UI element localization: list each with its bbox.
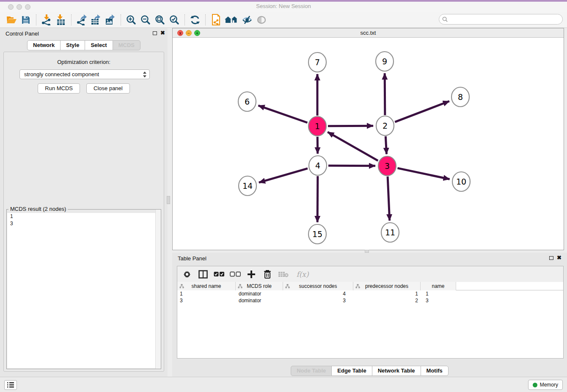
tab-select[interactable]: Select <box>85 40 113 50</box>
table-cell[interactable]: 4 <box>283 290 353 297</box>
run-mcds-button[interactable]: Run MCDS <box>38 83 80 94</box>
graph-edge-4-15[interactable] <box>317 176 318 222</box>
toolbar-separator <box>36 14 36 25</box>
table-cell[interactable]: 3 <box>177 297 236 304</box>
graph-edge-3-10[interactable] <box>397 168 449 179</box>
tab-network-table[interactable]: Network Table <box>372 366 421 376</box>
column-header-predecessor-nodes[interactable]: predecessor nodes <box>353 282 421 290</box>
refresh-icon[interactable] <box>188 14 202 26</box>
float-panel-icon[interactable] <box>153 31 157 35</box>
graph-edge-3-11[interactable] <box>388 177 390 221</box>
table-panel-title: Table Panel <box>178 255 206 262</box>
table-cell[interactable]: 1 <box>353 290 421 297</box>
network-view-title: scc.txt <box>173 30 564 36</box>
table-cell[interactable]: 3 <box>283 297 353 304</box>
column-header-name[interactable]: name <box>421 282 456 290</box>
graph-node-label: 4 <box>315 161 320 170</box>
table-cell[interactable]: 1 <box>177 290 236 297</box>
optimization-criterion-label: Optimization criterion: <box>4 59 164 65</box>
show-details-icon <box>254 14 269 26</box>
clone-network-icon[interactable] <box>209 14 223 26</box>
zoom-fit-icon[interactable] <box>153 14 167 26</box>
graph-edge-2-3[interactable] <box>385 136 386 154</box>
result-scrollbar[interactable] <box>155 210 161 369</box>
import-network-icon[interactable] <box>39 14 54 26</box>
graph-node-label: 6 <box>245 97 250 106</box>
close-panel-icon[interactable]: ✖ <box>160 30 165 36</box>
table-toolbar: f(x) <box>177 266 563 282</box>
zoom-selected-icon[interactable] <box>167 14 182 26</box>
delete-column-icon[interactable] <box>261 268 274 280</box>
close-panel-button[interactable]: Close panel <box>86 83 130 94</box>
mcds-panel: Optimization criterion: strongly connect… <box>3 52 164 372</box>
toolbar-separator <box>184 14 185 25</box>
graph-edge-2-8[interactable] <box>395 101 449 122</box>
column-header-successor-nodes[interactable]: successor nodes <box>283 282 353 290</box>
tab-motifs[interactable]: Motifs <box>421 366 449 376</box>
memory-status-dot <box>533 383 537 387</box>
graph-node-label: 10 <box>456 177 466 186</box>
select-all-columns-icon[interactable] <box>213 268 226 280</box>
tab-style[interactable]: Style <box>60 40 85 50</box>
graph-edge-2-9[interactable] <box>385 73 385 115</box>
task-history-button[interactable] <box>4 380 17 390</box>
mcds-result-item[interactable]: 1 <box>7 213 160 220</box>
tab-node-table[interactable]: Node Table <box>291 366 332 376</box>
import-table-icon[interactable] <box>54 14 68 26</box>
close-table-panel-icon[interactable]: ✖ <box>557 255 561 261</box>
mcds-result-item[interactable]: 3 <box>7 220 160 227</box>
graph-node-label: 3 <box>385 161 390 171</box>
add-column-icon[interactable] <box>245 268 258 280</box>
criterion-select[interactable]: strongly connected component <box>19 69 150 79</box>
tab-mcds[interactable]: MCDS <box>113 40 140 50</box>
zoom-in-icon[interactable] <box>124 14 138 26</box>
main-titlebar: Session: New Session <box>0 2 567 12</box>
network-view-window: x − + scc.txt 1234678910111415 <box>172 28 564 250</box>
table-panel: Table Panel ✖ <box>172 253 567 377</box>
table-cell[interactable]: dominator <box>236 297 283 304</box>
hide-details-icon[interactable] <box>240 14 254 26</box>
split-columns-icon[interactable] <box>197 268 209 280</box>
mcds-result-list[interactable]: 13 <box>7 213 160 368</box>
column-header-shared-name[interactable]: shared name <box>177 282 236 290</box>
table-row[interactable]: 3dominator323 <box>177 297 563 304</box>
export-image-icon[interactable] <box>103 14 118 26</box>
table-panel-tabs: Node TableEdge TableNetwork TableMotifs <box>172 366 567 376</box>
column-header-MCDS-role[interactable]: MCDS role <box>236 282 283 290</box>
save-session-icon[interactable] <box>19 14 33 26</box>
graph-edge-4-14[interactable] <box>259 168 308 182</box>
table-cell[interactable]: 1 <box>421 290 456 297</box>
open-session-icon[interactable] <box>4 14 19 26</box>
graph-edge-3-1[interactable] <box>328 132 378 161</box>
toolbar-separator <box>121 14 121 25</box>
export-network-icon[interactable] <box>74 14 89 26</box>
search-input[interactable] <box>450 17 562 22</box>
table-row[interactable]: 1dominator411 <box>177 290 563 297</box>
tab-network[interactable]: Network <box>27 40 61 50</box>
deselect-all-columns-icon[interactable] <box>229 268 242 280</box>
graph-edge-1-2[interactable] <box>328 126 373 126</box>
graph-edge-4-3[interactable] <box>328 166 375 166</box>
window-title: Session: New Session <box>0 3 567 9</box>
table-body: 1dominator4113dominator323 <box>177 290 563 358</box>
horizontal-splitter-handle[interactable] <box>365 250 369 253</box>
memory-label: Memory <box>540 382 558 388</box>
control-panel-tabs: NetworkStyleSelectMCDS <box>0 40 168 50</box>
graph-edge-1-6[interactable] <box>258 105 307 123</box>
memory-button[interactable]: Memory <box>528 380 563 390</box>
tab-edge-table[interactable]: Edge Table <box>331 366 372 376</box>
zoom-out-icon[interactable] <box>138 14 153 26</box>
table-cell[interactable]: 3 <box>421 297 456 304</box>
node-table-container: f(x) shared nameMCDS rolesuccessor nodes… <box>177 266 564 359</box>
status-bar: Memory <box>0 377 567 392</box>
table-cell[interactable]: 2 <box>353 297 421 304</box>
gear-icon[interactable] <box>181 268 193 280</box>
home-icon[interactable] <box>223 14 240 26</box>
vertical-splitter-handle[interactable] <box>167 196 170 204</box>
export-table-icon[interactable] <box>89 14 103 26</box>
table-cell[interactable]: dominator <box>236 290 283 297</box>
float-table-panel-icon[interactable] <box>549 256 553 260</box>
network-window-titlebar[interactable]: x − + scc.txt <box>173 28 564 38</box>
search-field[interactable] <box>439 14 563 25</box>
network-canvas[interactable]: 1234678910111415 <box>173 38 564 250</box>
